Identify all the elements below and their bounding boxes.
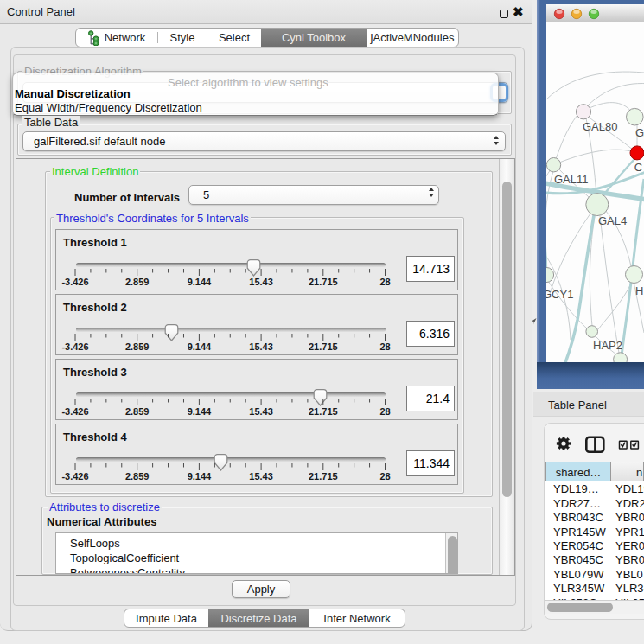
svg-text:C: C: [634, 161, 642, 174]
svg-text:GAL80: GAL80: [583, 120, 617, 133]
svg-text:GA: GA: [635, 126, 644, 139]
svg-text:HAP2: HAP2: [593, 339, 622, 352]
svg-text:H: H: [635, 284, 643, 297]
svg-text:GCY1: GCY1: [546, 288, 573, 301]
svg-text:GAL11: GAL11: [554, 173, 589, 186]
svg-text:GAL4: GAL4: [598, 214, 627, 227]
